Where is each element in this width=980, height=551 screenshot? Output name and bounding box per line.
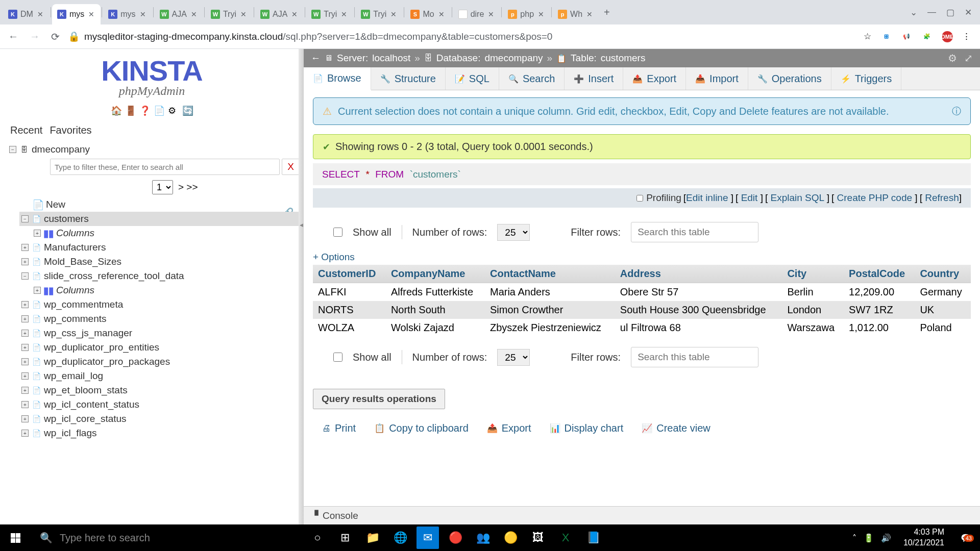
- breadcrumb-database[interactable]: dmecompany: [484, 53, 543, 64]
- expand-icon[interactable]: +: [21, 244, 29, 251]
- tree-table[interactable]: +wp_icl_content_status: [19, 397, 304, 412]
- tab-search[interactable]: 🔍Search: [499, 67, 565, 90]
- tab-close-icon[interactable]: ✕: [290, 9, 299, 19]
- tree-new[interactable]: 📄 New: [32, 197, 304, 212]
- browser-tab[interactable]: pphp✕: [503, 4, 550, 24]
- breadcrumb-table[interactable]: customers: [601, 53, 646, 64]
- reload-icon[interactable]: 🔄: [182, 105, 193, 116]
- browser-tab[interactable]: pWh✕: [553, 4, 599, 24]
- explorer-icon[interactable]: 📁: [361, 527, 384, 549]
- expand-icon[interactable]: +: [21, 387, 29, 394]
- tree-table[interactable]: +wp_comments: [19, 312, 304, 326]
- clear-filter-button[interactable]: X: [282, 159, 300, 175]
- app-icon[interactable]: 📘: [582, 527, 604, 549]
- collapse-icon[interactable]: −: [9, 146, 16, 153]
- edit-inline-link[interactable]: Edit inline: [686, 192, 728, 203]
- explain-sql-link[interactable]: Explain SQL: [771, 192, 824, 203]
- tab-browse[interactable]: 📄Browse: [304, 67, 371, 90]
- tab-close-icon[interactable]: ✕: [190, 9, 198, 19]
- tab-close-icon[interactable]: ✕: [139, 9, 147, 19]
- result-op-export[interactable]: 📤Export: [487, 422, 531, 434]
- tree-table[interactable]: −slide_cross_reference_tool_data: [19, 269, 304, 283]
- url-field[interactable]: 🔒 mysqleditor-staging-dmecompany.kinsta.…: [68, 31, 854, 42]
- tab-close-icon[interactable]: ✕: [340, 9, 348, 19]
- chrome-icon[interactable]: 🌐: [389, 527, 411, 549]
- tree-table[interactable]: +wp_commentmeta: [19, 297, 304, 312]
- extension-icon[interactable]: ⊞: [880, 31, 892, 42]
- expand-icon[interactable]: +: [21, 415, 29, 422]
- expand-icon[interactable]: +: [21, 315, 29, 322]
- tab-close-icon[interactable]: ✕: [389, 9, 398, 19]
- reload-button[interactable]: ⟳: [48, 28, 63, 46]
- browser-tab[interactable]: SMo✕: [405, 4, 450, 24]
- create-php-link[interactable]: Create PHP code: [837, 192, 913, 203]
- app-icon[interactable]: 🔴: [444, 527, 467, 549]
- tree-columns[interactable]: +▮▮Columns: [32, 283, 304, 297]
- browser-tab[interactable]: WTryi✕: [356, 4, 403, 24]
- toggle-panel-icon[interactable]: ⤢: [964, 52, 973, 64]
- tree-table[interactable]: +Mold_Base_Sizes: [19, 255, 304, 269]
- close-window-button[interactable]: ✕: [965, 7, 972, 18]
- tab-close-icon[interactable]: ✕: [36, 9, 44, 19]
- result-op-display-chart[interactable]: 📊Display chart: [550, 422, 624, 434]
- volume-icon[interactable]: 🔊: [881, 533, 891, 543]
- column-header[interactable]: Country: [915, 265, 971, 283]
- new-tab-button[interactable]: +: [599, 7, 615, 18]
- tree-table[interactable]: +wp_email_log: [19, 369, 304, 383]
- browser-tab[interactable]: WTryi✕: [206, 4, 253, 24]
- taskbar-clock[interactable]: 4:03 PM 10/21/2021: [898, 527, 949, 548]
- expand-icon[interactable]: +: [21, 344, 29, 351]
- tab-close-icon[interactable]: ✕: [437, 9, 446, 19]
- tab-export[interactable]: 📤Export: [623, 67, 686, 90]
- collapse-nav-icon[interactable]: ←: [311, 53, 321, 64]
- breadcrumb-server[interactable]: localhost: [372, 53, 410, 64]
- app-icon[interactable]: 🖼: [527, 527, 549, 549]
- excel-icon[interactable]: X: [554, 527, 577, 549]
- tab-operations[interactable]: 🔧Operations: [748, 67, 831, 90]
- sidebar-resize-handle[interactable]: [299, 49, 304, 524]
- expand-icon[interactable]: +: [21, 401, 29, 408]
- tree-table[interactable]: +wp_duplicator_pro_packages: [19, 355, 304, 369]
- expand-icon[interactable]: +: [34, 287, 41, 294]
- expand-icon[interactable]: +: [21, 330, 29, 337]
- browser-tab[interactable]: WAJA✕: [255, 4, 304, 24]
- logout-icon[interactable]: 🚪: [125, 105, 136, 116]
- browser-tab[interactable]: Kmys✕: [103, 4, 152, 24]
- refresh-link[interactable]: Refresh: [925, 192, 959, 203]
- tab-insert[interactable]: ➕Insert: [565, 67, 623, 90]
- back-button[interactable]: ←: [5, 28, 21, 45]
- docs-icon[interactable]: ❓: [139, 105, 151, 116]
- sql-icon[interactable]: 📄: [154, 105, 165, 116]
- chrome-menu-icon[interactable]: ⋮: [962, 31, 971, 42]
- edit-link[interactable]: Edit: [741, 192, 758, 203]
- start-button[interactable]: [0, 524, 31, 551]
- num-rows-select[interactable]: 25: [497, 349, 530, 366]
- settings-icon[interactable]: ⚙: [168, 105, 179, 116]
- tab-structure[interactable]: 🔧Structure: [371, 67, 446, 90]
- browser-tab[interactable]: WAJA✕: [155, 4, 203, 24]
- battery-icon[interactable]: 🔋: [864, 533, 874, 543]
- browser-tab[interactable]: Gdire✕: [453, 4, 501, 24]
- result-op-print[interactable]: 🖨Print: [322, 422, 356, 434]
- tab-triggers[interactable]: ⚡Triggers: [831, 67, 902, 90]
- options-toggle[interactable]: + Options: [313, 252, 355, 263]
- tray-chevron-icon[interactable]: ˄: [852, 533, 856, 543]
- star-icon[interactable]: ☆: [864, 31, 871, 42]
- expand-icon[interactable]: +: [34, 230, 41, 237]
- tab-close-icon[interactable]: ✕: [585, 9, 594, 19]
- show-all-checkbox[interactable]: [333, 228, 342, 237]
- profiling-checkbox[interactable]: Profiling: [636, 192, 681, 204]
- expand-icon[interactable]: +: [21, 258, 29, 265]
- taskbar-search[interactable]: 🔍 Type here to search: [31, 532, 301, 544]
- column-header[interactable]: CompanyName: [386, 265, 485, 283]
- outlook-icon[interactable]: ✉: [416, 527, 439, 549]
- tree-table[interactable]: +wp_duplicator_pro_entities: [19, 340, 304, 355]
- tree-table[interactable]: −customers: [19, 212, 304, 226]
- column-header[interactable]: City: [782, 265, 844, 283]
- tab-close-icon[interactable]: ✕: [537, 9, 545, 19]
- num-rows-select[interactable]: 25: [497, 224, 530, 241]
- tab-close-icon[interactable]: ✕: [239, 9, 248, 19]
- console-toggle-icon[interactable]: ▝: [311, 510, 318, 521]
- filter-rows-input[interactable]: [631, 347, 758, 367]
- tab-import[interactable]: 📥Import: [686, 67, 748, 90]
